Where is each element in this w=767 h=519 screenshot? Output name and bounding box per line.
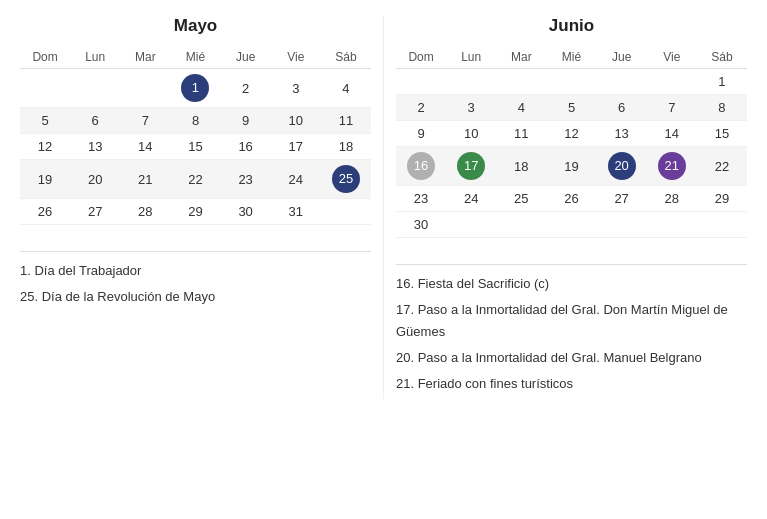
day-cell: 24 xyxy=(271,160,321,199)
day-cell-empty xyxy=(396,238,446,254)
day-cell: 17 xyxy=(271,134,321,160)
day-cell: 7 xyxy=(120,108,170,134)
day-cell xyxy=(496,69,546,95)
day-cell: 21 xyxy=(120,160,170,199)
mayo-header-jue: Jue xyxy=(221,46,271,69)
junio-header-mar: Mar xyxy=(496,46,546,69)
day-cell: 13 xyxy=(597,121,647,147)
day-cell: 29 xyxy=(170,199,220,225)
day-cell: 24 xyxy=(446,186,496,212)
mayo-header-vie: Vie xyxy=(271,46,321,69)
mayo-notes: 1. Día del Trabajador25. Día de la Revol… xyxy=(20,251,371,308)
note-item: 1. Día del Trabajador xyxy=(20,260,371,282)
day-cell: 16 xyxy=(396,147,446,186)
table-row: 19202122232425 xyxy=(20,160,371,199)
note-item: 25. Día de la Revolución de Mayo xyxy=(20,286,371,308)
mayo-calendar: Mayo DomLunMarMiéJueVieSáb 1234567891011… xyxy=(8,16,383,399)
day-cell: 2 xyxy=(396,95,446,121)
note-item: 16. Fiesta del Sacrificio (c) xyxy=(396,273,747,295)
day-cell: 25 xyxy=(496,186,546,212)
day-cell-empty xyxy=(321,225,371,241)
day-cell: 5 xyxy=(20,108,70,134)
day-cell: 6 xyxy=(70,108,120,134)
day-cell: 1 xyxy=(170,69,220,108)
day-cell: 26 xyxy=(546,186,596,212)
day-25-highlight: 25 xyxy=(332,165,360,193)
day-cell: 11 xyxy=(496,121,546,147)
day-cell: 4 xyxy=(496,95,546,121)
table-row: 16171819202122 xyxy=(396,147,747,186)
day-cell-empty xyxy=(496,238,546,254)
day-cell: 10 xyxy=(446,121,496,147)
note-item: 17. Paso a la Inmortalidad del Gral. Don… xyxy=(396,299,747,343)
day-cell xyxy=(496,212,546,238)
table-row: 1 xyxy=(396,69,747,95)
table-row: 1234 xyxy=(20,69,371,108)
mayo-grid: DomLunMarMiéJueVieSáb 123456789101112131… xyxy=(20,46,371,241)
mayo-header-lun: Lun xyxy=(70,46,120,69)
day-cell: 31 xyxy=(271,199,321,225)
day-cell: 11 xyxy=(321,108,371,134)
day-cell-empty xyxy=(170,225,220,241)
day-21-highlight: 21 xyxy=(658,152,686,180)
table-row: 567891011 xyxy=(20,108,371,134)
day-cell: 8 xyxy=(170,108,220,134)
day-cell: 9 xyxy=(396,121,446,147)
day-cell: 18 xyxy=(321,134,371,160)
day-cell: 19 xyxy=(20,160,70,199)
day-cell: 13 xyxy=(70,134,120,160)
day-cell xyxy=(647,212,697,238)
day-cell: 1 xyxy=(697,69,747,95)
day-cell: 30 xyxy=(396,212,446,238)
day-cell: 10 xyxy=(271,108,321,134)
day-cell: 22 xyxy=(697,147,747,186)
day-cell xyxy=(597,69,647,95)
day-cell-empty xyxy=(597,238,647,254)
table-row-empty xyxy=(20,225,371,241)
day-cell xyxy=(446,69,496,95)
day-cell-empty xyxy=(446,238,496,254)
day-cell: 14 xyxy=(647,121,697,147)
table-row: 2345678 xyxy=(396,95,747,121)
day-cell: 15 xyxy=(697,121,747,147)
junio-calendar: Junio DomLunMarMiéJueVieSáb 123456789101… xyxy=(383,16,759,399)
junio-header-lun: Lun xyxy=(446,46,496,69)
day-cell: 8 xyxy=(697,95,747,121)
mayo-header-mié: Mié xyxy=(170,46,220,69)
day-cell xyxy=(546,69,596,95)
day-cell: 28 xyxy=(647,186,697,212)
note-item: 20. Paso a la Inmortalidad del Gral. Man… xyxy=(396,347,747,369)
day-cell: 3 xyxy=(446,95,496,121)
table-row: 262728293031 xyxy=(20,199,371,225)
day-cell-empty xyxy=(647,238,697,254)
day-cell: 9 xyxy=(221,108,271,134)
day-cell: 28 xyxy=(120,199,170,225)
day-cell: 15 xyxy=(170,134,220,160)
day-cell: 20 xyxy=(70,160,120,199)
table-row: 9101112131415 xyxy=(396,121,747,147)
mayo-header-mar: Mar xyxy=(120,46,170,69)
day-cell: 23 xyxy=(396,186,446,212)
day-cell xyxy=(597,212,647,238)
day-cell xyxy=(396,69,446,95)
day-cell: 3 xyxy=(271,69,321,108)
day-cell: 27 xyxy=(70,199,120,225)
day-cell-empty xyxy=(697,238,747,254)
day-20-highlight: 20 xyxy=(608,152,636,180)
day-cell-empty xyxy=(20,225,70,241)
day-cell: 27 xyxy=(597,186,647,212)
note-item: 21. Feriado con fines turísticos xyxy=(396,373,747,395)
day-cell: 25 xyxy=(321,160,371,199)
day-cell: 12 xyxy=(20,134,70,160)
day-cell: 12 xyxy=(546,121,596,147)
day-16-highlight: 16 xyxy=(407,152,435,180)
day-1-highlight: 1 xyxy=(181,74,209,102)
day-cell: 6 xyxy=(597,95,647,121)
day-cell: 4 xyxy=(321,69,371,108)
junio-header-sáb: Sáb xyxy=(697,46,747,69)
day-cell: 19 xyxy=(546,147,596,186)
day-cell-empty xyxy=(120,225,170,241)
day-cell-empty xyxy=(271,225,321,241)
junio-grid: DomLunMarMiéJueVieSáb 123456789101112131… xyxy=(396,46,747,254)
day-cell: 30 xyxy=(221,199,271,225)
